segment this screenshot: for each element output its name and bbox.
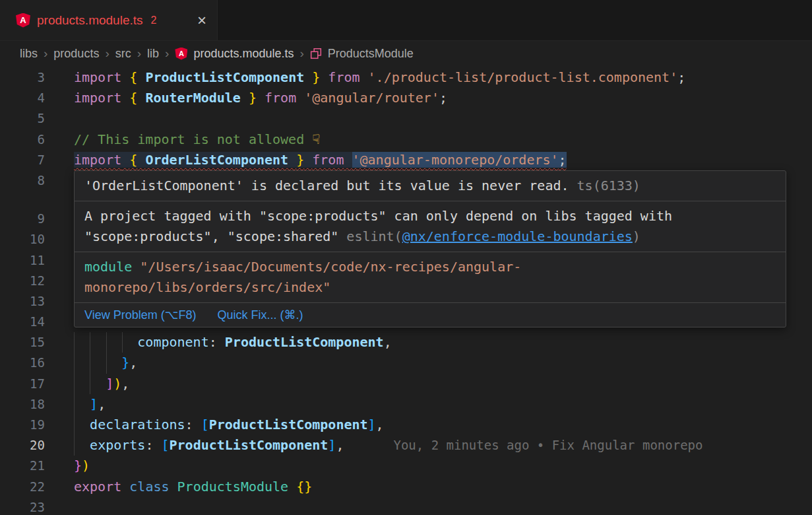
code-line[interactable]: 18 ],: [0, 394, 812, 415]
line-number: 18: [0, 394, 45, 415]
chevron-right-icon: ›: [299, 46, 303, 61]
code-line[interactable]: 19 declarations: [ProductListComponent],: [0, 415, 812, 435]
code-line[interactable]: 3import { ProductListComponent } from '.…: [0, 67, 812, 88]
code-line[interactable]: 6// This import is not allowed ☟: [0, 129, 812, 150]
line-number: 22: [0, 477, 45, 497]
breadcrumb-item-symbol[interactable]: ProductsModule: [328, 47, 414, 61]
code-line[interactable]: 15 component: ProductListComponent,: [0, 332, 812, 353]
code-line[interactable]: 23: [0, 497, 812, 515]
indent-guide: [74, 353, 75, 373]
editor[interactable]: 3import { ProductListComponent } from '.…: [0, 66, 812, 515]
line-number: 17: [0, 374, 45, 394]
line-number: 20: [0, 435, 45, 456]
code-line[interactable]: 4import { RouterModule } from '@angular/…: [0, 88, 812, 108]
line-number: 4: [0, 88, 45, 108]
hover-actions: View Problem (⌥F8)Quick Fix... (⌘.): [75, 302, 786, 327]
code-text[interactable]: import { RouterModule } from '@angular/r…: [74, 88, 447, 108]
breadcrumb-item-products[interactable]: products: [53, 47, 99, 61]
tab-products-module[interactable]: A products.module.ts 2 ×: [0, 0, 218, 40]
breadcrumb-item-lib[interactable]: lib: [147, 47, 159, 61]
indent-guide: [90, 374, 90, 394]
code-text[interactable]: import { OrderListComponent } from '@ang…: [74, 150, 567, 170]
line-number: 23: [0, 497, 45, 515]
code-line[interactable]: 21}): [0, 456, 812, 476]
error-squiggle-region: import { OrderListComponent } from '@ang…: [74, 152, 567, 168]
code-line[interactable]: 22export class ProductsModule {}: [0, 477, 812, 497]
indent-guide: [74, 415, 75, 435]
hover-section: module "/Users/isaac/Documents/code/nx-r…: [75, 252, 786, 302]
line-number: 9: [0, 209, 45, 229]
line-number: 12: [0, 271, 45, 291]
class-symbol-icon: [310, 48, 322, 59]
line-number: 11: [0, 250, 45, 271]
line-number: 6: [0, 129, 45, 150]
code-text[interactable]: exports: [ProductListComponent],You, 2 m…: [74, 435, 703, 456]
breadcrumb: libs › products › src › lib › A products…: [0, 41, 812, 66]
indent-guide: [74, 435, 75, 456]
chevron-right-icon: ›: [105, 46, 109, 61]
indent-guide: [74, 332, 75, 353]
line-number: 10: [0, 229, 45, 250]
indent-guide: [106, 353, 107, 373]
line-number: 8: [0, 170, 45, 191]
code-text[interactable]: },: [74, 353, 137, 373]
breadcrumb-item-src[interactable]: src: [115, 47, 131, 61]
indent-guide: [74, 394, 75, 415]
code-text[interactable]: export class ProductsModule {}: [74, 477, 312, 497]
line-number: 13: [0, 291, 45, 312]
chevron-right-icon: ›: [44, 46, 47, 61]
eslint-rule-link[interactable]: @nx/enforce-module-boundaries: [402, 228, 633, 244]
indent-guide: [74, 374, 75, 394]
indent-guide: [122, 332, 123, 353]
indent-guide: [90, 332, 90, 353]
indent-guide: [90, 353, 90, 373]
git-blame-annotation: You, 2 minutes ago • Fix Angular monorep…: [393, 438, 703, 452]
hover-sections: 'OrderListComponent' is declared but its…: [75, 171, 786, 302]
chevron-right-icon: ›: [165, 46, 169, 61]
code-line[interactable]: 5: [0, 108, 812, 129]
angular-file-icon: A: [175, 48, 187, 60]
line-number: 7: [0, 150, 45, 170]
vscode-window: A products.module.ts 2 × libs › products…: [0, 0, 812, 515]
code-line[interactable]: 17 ]),: [0, 374, 812, 394]
line-number: 21: [0, 456, 45, 476]
code-text[interactable]: component: ProductListComponent,: [74, 332, 392, 353]
line-number: 19: [0, 415, 45, 435]
chevron-right-icon: ›: [137, 46, 141, 61]
angular-file-icon: A: [16, 13, 30, 28]
line-number: 14: [0, 312, 45, 332]
hover-section: 'OrderListComponent' is declared but its…: [75, 171, 786, 201]
code-text[interactable]: ]),: [74, 374, 129, 394]
code-line[interactable]: 20 exports: [ProductListComponent],You, …: [0, 435, 812, 456]
line-number: 5: [0, 108, 45, 129]
code-text[interactable]: import { ProductListComponent } from './…: [74, 67, 685, 88]
hover-popup: 'OrderListComponent' is declared but its…: [74, 170, 786, 327]
breadcrumb-item-file[interactable]: products.module.ts: [193, 47, 294, 61]
tab-bar: A products.module.ts 2 ×: [0, 0, 812, 41]
code-line[interactable]: 7import { OrderListComponent } from '@an…: [0, 150, 812, 170]
line-number: 3: [0, 67, 45, 88]
tab-problems-badge: 2: [151, 15, 157, 26]
breadcrumb-item-libs[interactable]: libs: [20, 47, 38, 61]
code-text[interactable]: }): [74, 456, 90, 476]
close-icon[interactable]: ×: [197, 13, 206, 28]
quick-fix-action[interactable]: Quick Fix... (⌘.): [217, 307, 303, 323]
tab-title: products.module.ts: [37, 13, 143, 28]
hover-section: A project tagged with "scope:products" c…: [75, 201, 786, 252]
code-text[interactable]: declarations: [ProductListComponent],: [74, 415, 384, 435]
indent-guide: [106, 332, 107, 353]
code-text[interactable]: // This import is not allowed ☟: [74, 129, 320, 150]
view-problem-action[interactable]: View Problem (⌥F8): [84, 307, 196, 323]
line-number: 15: [0, 332, 45, 353]
code-text[interactable]: ],: [74, 394, 106, 415]
line-number: 16: [0, 353, 45, 373]
code-line[interactable]: 16 },: [0, 353, 812, 373]
